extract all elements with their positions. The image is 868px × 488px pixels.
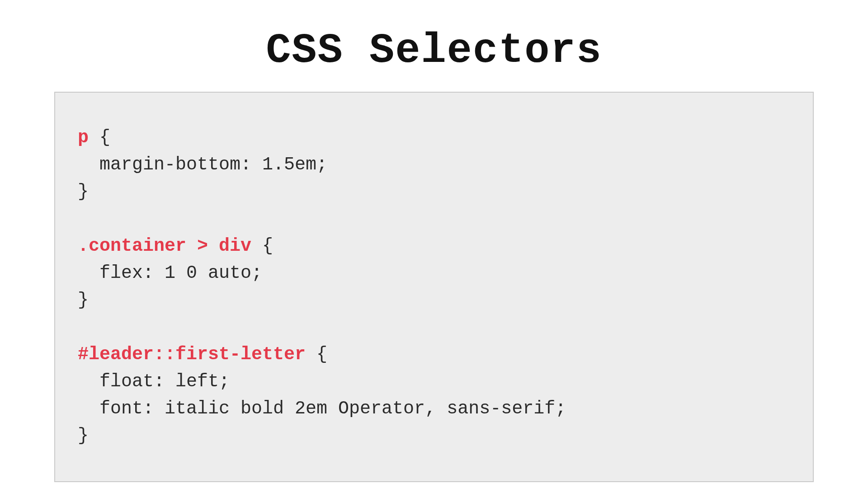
- selector-2: .container > div: [78, 236, 251, 256]
- declaration-3-1: font: italic bold 2em Operator, sans-ser…: [78, 399, 566, 419]
- declaration-3-0: float: left;: [78, 371, 230, 392]
- brace-open-1: {: [89, 127, 110, 148]
- brace-close-3: }: [78, 426, 89, 446]
- brace-open-2: {: [251, 236, 273, 256]
- brace-close-1: }: [78, 182, 89, 202]
- declaration-1-0: margin-bottom: 1.5em;: [78, 155, 327, 175]
- brace-close-2: }: [78, 290, 89, 310]
- declaration-2-0: flex: 1 0 auto;: [78, 263, 262, 283]
- selector-1: p: [78, 127, 89, 148]
- code-content: p { margin-bottom: 1.5em; } .container >…: [78, 124, 790, 450]
- code-block: p { margin-bottom: 1.5em; } .container >…: [54, 92, 814, 482]
- slide: CSS Selectors p { margin-bottom: 1.5em; …: [0, 0, 868, 488]
- brace-open-3: {: [306, 344, 327, 365]
- slide-title: CSS Selectors: [54, 27, 814, 75]
- selector-3: #leader::first-letter: [78, 344, 306, 365]
